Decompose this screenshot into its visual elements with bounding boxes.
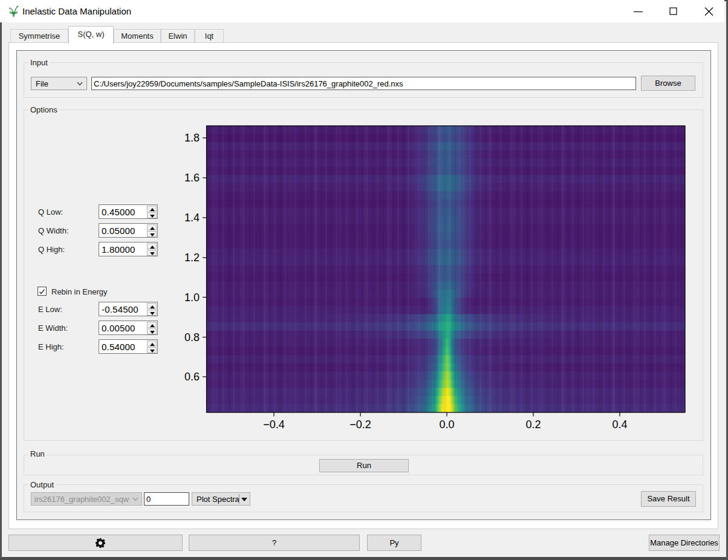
svg-text:0.8: 0.8 (184, 331, 200, 343)
svg-text:0.4: 0.4 (612, 418, 627, 431)
svg-text:0.0: 0.0 (439, 418, 454, 431)
svg-text:−0.4: −0.4 (263, 418, 285, 431)
svg-text:1.0: 1.0 (184, 291, 200, 304)
svg-text:1.2: 1.2 (184, 252, 200, 264)
svg-text:1.6: 1.6 (184, 172, 200, 184)
svg-text:1.4: 1.4 (184, 212, 200, 224)
svg-text:1.8: 1.8 (184, 132, 200, 144)
svg-text:0.6: 0.6 (184, 371, 200, 383)
svg-text:0.2: 0.2 (525, 418, 541, 431)
svg-text:−0.2: −0.2 (349, 418, 371, 431)
